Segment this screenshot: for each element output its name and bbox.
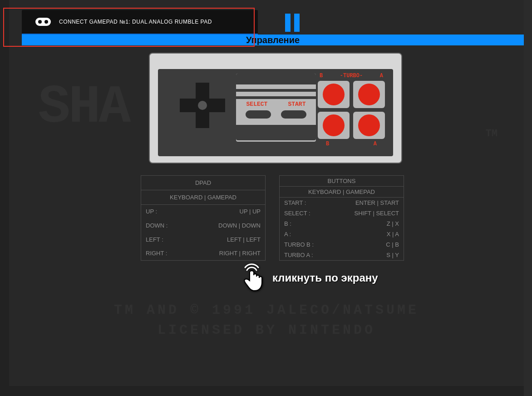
select-label: SELECT [246, 101, 268, 108]
emulator-frame[interactable]: SHA ND TM TM AND © 1991 JALECO/NATSUME L… [9, 0, 524, 386]
mapping-key: TURBO A : [280, 250, 332, 261]
buttons-title: BUTTONS [280, 176, 404, 187]
buttons-table: BUTTONS KEYBOARD | GAMEPAD START :ENTER … [279, 175, 404, 261]
mapping-value: UP | UP [188, 204, 265, 218]
controller-illustration: SELECT START B -TURBO- A [149, 53, 402, 163]
table-row: RIGHT :RIGHT | RIGHT [141, 246, 266, 260]
click-text: кликнуть по экрану [272, 272, 378, 284]
gamepad-icon [35, 18, 51, 26]
turbo-b-button-icon [323, 84, 345, 105]
ab-buttons-panel: B -TURBO- A B A [315, 73, 388, 150]
b-button-icon [323, 114, 345, 136]
gamepad-toast: CONNECT GAMEPAD №1: DUAL ANALOG RUMBLE P… [22, 10, 258, 34]
bg-tm: TM [486, 128, 498, 139]
turbo-b-label: B [320, 73, 323, 79]
table-row: TURBO A :S | Y [280, 250, 404, 261]
bg-copyright: TM AND © 1991 JALECO/NATSUME [9, 302, 524, 318]
mapping-key: START : [280, 198, 332, 208]
table-row: LEFT :LEFT | LEFT [141, 233, 266, 247]
b-label: B [326, 141, 329, 147]
table-row: B :Z | X [280, 218, 404, 229]
mapping-value: ENTER | START [331, 198, 404, 208]
buttons-subtitle: KEYBOARD | GAMEPAD [280, 187, 404, 198]
table-row: UP :UP | UP [141, 204, 266, 218]
dpad-icon [180, 83, 225, 128]
bg-license: LICENSED BY NINTENDO [9, 322, 524, 338]
mapping-key: SELECT : [280, 208, 332, 218]
turbo-a-label: A [380, 73, 383, 79]
pause-icon[interactable] [285, 14, 300, 32]
start-button-icon [281, 110, 306, 119]
table-row: DOWN :DOWN | DOWN [141, 218, 266, 233]
mapping-value: SHIFT | SELECT [331, 208, 404, 218]
a-label: A [374, 141, 377, 147]
mapping-value: LEFT | LEFT [188, 233, 265, 247]
mapping-key: A : [280, 229, 332, 239]
table-row: TURBO B :C | B [280, 239, 404, 250]
mapping-key: RIGHT : [141, 246, 188, 260]
section-header: Управление [22, 35, 524, 45]
dpad-table: DPAD KEYBOARD | GAMEPAD UP :UP | UPDOWN … [141, 175, 266, 261]
tap-hand-icon [241, 263, 264, 292]
mapping-value: RIGHT | RIGHT [188, 246, 265, 260]
mapping-value: X | A [331, 229, 404, 239]
mapping-key: B : [280, 218, 332, 229]
mapping-tables: DPAD KEYBOARD | GAMEPAD UP :UP | UPDOWN … [141, 175, 404, 261]
scrollbar[interactable] [524, 0, 532, 396]
dpad-title: DPAD [141, 176, 266, 190]
mapping-key: LEFT : [141, 233, 188, 247]
mapping-value: Z | X [331, 218, 404, 229]
click-instruction[interactable]: кликнуть по экрану [241, 263, 378, 292]
mapping-value: C | B [331, 239, 404, 250]
mapping-key: UP : [141, 204, 188, 218]
table-row: A :X | A [280, 229, 404, 239]
mapping-value: S | Y [331, 250, 404, 261]
start-label: START [288, 101, 305, 108]
stage: SHA ND TM TM AND © 1991 JALECO/NATSUME L… [0, 0, 532, 396]
mapping-value: DOWN | DOWN [188, 218, 265, 233]
table-row: SELECT :SHIFT | SELECT [280, 208, 404, 218]
select-button-icon [246, 110, 271, 119]
select-start-panel: SELECT START [236, 74, 316, 142]
mapping-key: DOWN : [141, 218, 188, 233]
gamepad-toast-text: CONNECT GAMEPAD №1: DUAL ANALOG RUMBLE P… [59, 19, 212, 25]
mapping-key: TURBO B : [280, 239, 332, 250]
turbo-label: -TURBO- [340, 73, 363, 79]
a-button-icon [358, 114, 380, 136]
turbo-a-button-icon [358, 84, 380, 105]
table-row: START :ENTER | START [280, 198, 404, 208]
dpad-subtitle: KEYBOARD | GAMEPAD [141, 190, 266, 204]
